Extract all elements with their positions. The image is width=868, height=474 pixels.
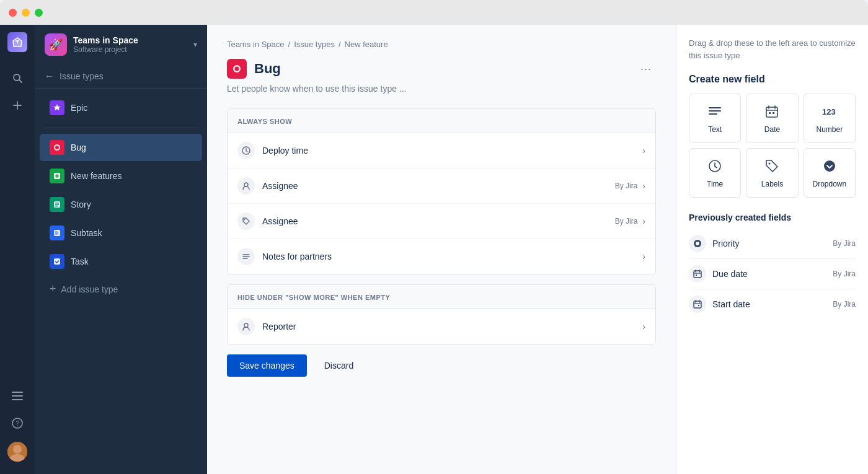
more-options-button[interactable]: ··· <box>636 59 656 79</box>
field-type-date-label: Date <box>764 125 780 134</box>
search-icon[interactable] <box>6 67 29 89</box>
svg-rect-52 <box>694 301 701 308</box>
story-icon <box>50 197 64 212</box>
field-assignee-1-chevron-icon: › <box>642 181 645 191</box>
sidebar-item-label-bug: Bug <box>71 143 86 152</box>
add-icon[interactable] <box>6 94 29 116</box>
prev-field-due-date-meta: By Jira <box>833 270 856 278</box>
sidebar-item-bug[interactable]: Bug <box>40 134 202 161</box>
issue-type-description: Let people know when to use this issue t… <box>227 84 656 94</box>
field-assignee-2-meta: By Jira <box>615 217 638 226</box>
sidebar-item-story[interactable]: Story <box>40 191 202 218</box>
svg-point-31 <box>244 323 248 327</box>
app-container: ? 🚀 Teams in Space Software project ▾ ← … <box>0 25 868 474</box>
user-avatar[interactable] <box>7 442 27 462</box>
project-info: Teams in Space Software project <box>73 35 187 54</box>
field-assignee-1-meta: By Jira <box>615 182 638 190</box>
sidebar-item-label-story: Story <box>71 200 91 209</box>
field-notes-chevron-icon: › <box>642 252 645 261</box>
sidebar-item-new-features[interactable]: New features <box>40 162 202 190</box>
field-type-time[interactable]: Time <box>689 148 741 198</box>
breadcrumb-issue-types[interactable]: Issue types <box>294 40 335 49</box>
deploy-time-icon <box>237 142 255 159</box>
field-row-assignee-1[interactable]: Assignee By Jira › <box>228 169 655 204</box>
main-area: Teams in Space / Issue types / New featu… <box>207 25 868 474</box>
field-type-number[interactable]: 123 Number <box>804 94 856 143</box>
svg-point-43 <box>769 163 771 165</box>
field-type-labels[interactable]: Labels <box>746 148 798 198</box>
prev-field-due-date[interactable]: Due date By Jira <box>689 259 856 289</box>
previously-created-title: Previously created fields <box>689 213 856 222</box>
sidebar-item-label-new-features: New features <box>71 171 122 181</box>
field-row-assignee-2[interactable]: Assignee By Jira › <box>228 204 655 239</box>
svg-point-44 <box>824 160 835 172</box>
assignee-1-icon <box>237 177 255 195</box>
svg-rect-39 <box>769 112 771 114</box>
breadcrumb-sep-2: / <box>339 40 341 49</box>
field-row-deploy-time[interactable]: Deploy time › <box>228 133 655 169</box>
field-type-text[interactable]: Text <box>689 94 741 143</box>
app-logo[interactable] <box>7 32 27 52</box>
always-show-title: ALWAYS SHOW <box>237 118 292 125</box>
sidebar: 🚀 Teams in Space Software project ▾ ← Is… <box>35 25 207 474</box>
svg-point-10 <box>13 445 22 454</box>
traffic-light-green[interactable] <box>35 9 43 17</box>
always-show-section: ALWAYS SHOW Deploy time › <box>227 108 656 274</box>
back-arrow-icon: ← <box>45 71 55 82</box>
traffic-light-red[interactable] <box>9 9 17 17</box>
main-content: Teams in Space / Issue types / New featu… <box>207 25 868 474</box>
sidebar-item-label-subtask: Subtask <box>71 228 102 238</box>
sidebar-item-task[interactable]: Task <box>40 248 202 275</box>
project-selector[interactable]: 🚀 Teams in Space Software project ▾ <box>35 25 207 64</box>
task-icon <box>50 254 64 269</box>
svg-rect-22 <box>54 258 60 265</box>
field-type-dropdown-label: Dropdown <box>812 180 846 188</box>
icon-rail: ? <box>0 25 35 474</box>
svg-text:123: 123 <box>822 107 836 116</box>
field-type-number-label: Number <box>816 125 843 134</box>
sidebar-item-subtask[interactable]: Subtask <box>40 219 202 247</box>
field-type-labels-label: Labels <box>761 180 783 188</box>
prev-field-start-date-label: Start date <box>712 299 833 309</box>
svg-point-26 <box>244 183 248 187</box>
issue-header: Bug ··· <box>227 59 656 79</box>
number-field-icon: 123 <box>821 103 838 120</box>
svg-point-27 <box>244 219 246 221</box>
svg-rect-20 <box>55 206 58 207</box>
sidebar-item-label-epic: Epic <box>71 103 87 113</box>
always-show-header: ALWAYS SHOW <box>228 109 655 133</box>
svg-rect-19 <box>55 204 59 206</box>
sidebar-item-epic[interactable]: Epic <box>40 94 202 121</box>
menu-icon[interactable] <box>6 385 29 407</box>
field-deploy-time-chevron-icon: › <box>642 146 645 156</box>
discard-button[interactable]: Discard <box>314 354 363 377</box>
back-nav[interactable]: ← Issue types <box>35 64 207 89</box>
new-features-icon <box>50 169 64 183</box>
field-assignee-2-label: Assignee <box>262 216 615 226</box>
traffic-light-yellow[interactable] <box>22 9 30 17</box>
project-name: Teams in Space <box>73 35 187 45</box>
field-type-date[interactable]: Date <box>746 94 798 143</box>
content-area: Teams in Space / Issue types / New featu… <box>207 25 676 474</box>
issue-type-icon <box>227 59 247 79</box>
save-changes-button[interactable]: Save changes <box>227 354 307 377</box>
project-icon: 🚀 <box>45 33 67 56</box>
prev-field-start-date[interactable]: Start date By Jira <box>689 289 856 319</box>
window-chrome <box>0 0 868 25</box>
field-row-notes[interactable]: Notes for partners › <box>228 239 655 274</box>
prev-field-priority[interactable]: Priority By Jira <box>689 229 856 259</box>
project-type: Software project <box>73 45 187 54</box>
help-icon[interactable]: ? <box>6 412 29 434</box>
field-type-dropdown[interactable]: Dropdown <box>804 148 856 198</box>
add-issue-type-btn[interactable]: + Add issue type <box>40 276 202 302</box>
bug-icon <box>50 140 64 155</box>
labels-field-icon <box>763 157 781 175</box>
priority-field-icon <box>689 235 706 252</box>
sidebar-item-label-task: Task <box>71 257 89 266</box>
svg-text:?: ? <box>16 420 19 427</box>
prev-field-start-date-meta: By Jira <box>833 300 856 309</box>
reporter-icon <box>237 318 255 335</box>
breadcrumb-teams-in-space[interactable]: Teams in Space <box>227 40 285 49</box>
field-row-reporter[interactable]: Reporter › <box>228 309 655 344</box>
svg-point-13 <box>55 146 59 149</box>
